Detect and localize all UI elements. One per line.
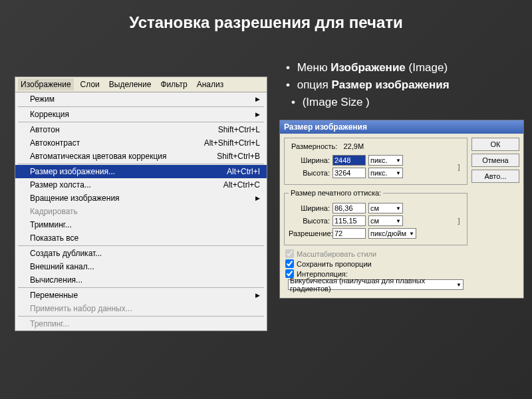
menubar-tab-image[interactable]: Изображение (18, 78, 74, 90)
ok-button[interactable]: ОК (471, 138, 519, 151)
menu-autocolor-shortcut: Shift+Ctrl+B (217, 152, 260, 161)
constrain-label: Сохранить пропорции (297, 260, 372, 268)
bullet-list: Меню Изображение (Image) опция Размер из… (286, 60, 450, 111)
image-size-dialog: Размер изображения Размерность: 22,9M Ши… (279, 120, 524, 299)
chevron-down-icon: ▼ (409, 231, 414, 237)
menubar-tab-layers[interactable]: Слои (78, 78, 102, 90)
dimensions-line: Размерность: 22,9M (289, 142, 463, 153)
interpolation-select[interactable]: Бикубическая (наилучшая для плавных град… (288, 279, 464, 290)
menu-reveal-all[interactable]: Показать все (15, 231, 267, 245)
scale-styles-checkbox (285, 249, 294, 258)
chevron-right-icon: ▶ (255, 292, 260, 299)
menu-trim-label: Тримминг... (30, 220, 72, 229)
menu-corrections[interactable]: Коррекция▶ (15, 108, 267, 121)
print-size-legend: Размер печатного оттиска: (289, 189, 383, 197)
image-menu: Изображение Слои Выделение Фильтр Анализ… (15, 76, 267, 331)
print-height-label: Высота: (289, 217, 330, 225)
menu-autocontrast-label: Автоконтраст (30, 138, 80, 148)
chevron-right-icon: ▶ (255, 195, 260, 201)
bullet-2-cont: (Image Size ) (291, 94, 450, 110)
auto-button[interactable]: Авто... (471, 170, 519, 183)
bullet-1-text-a: Меню (297, 61, 331, 74)
px-width-label: Ширина: (289, 156, 330, 164)
chevron-down-icon: ▼ (396, 205, 401, 211)
constrain-row[interactable]: Сохранить пропорции (285, 259, 467, 268)
menu-canvas-size-label: Размер холста... (30, 180, 91, 190)
menu-separator (18, 106, 264, 107)
menubar: Изображение Слои Выделение Фильтр Анализ (15, 77, 267, 92)
resolution-label: Разрешение: (289, 229, 330, 237)
menu-trim[interactable]: Тримминг... (15, 218, 267, 231)
print-width-unit-select[interactable]: см▼ (368, 203, 403, 213)
menu-autocolor-label: Автоматическая цветовая коррекция (30, 152, 167, 161)
px-height-unit-select[interactable]: пикс.▼ (368, 168, 403, 178)
menu-crop-label: Кадрировать (30, 207, 78, 216)
menu-autocolor[interactable]: Автоматическая цветовая коррекцияShift+C… (15, 150, 267, 163)
scale-styles-label: Масштабировать стили (297, 250, 376, 258)
print-height-unit-select[interactable]: см▼ (368, 215, 403, 226)
menu-apply-dataset-label: Применить набор данных... (30, 304, 132, 313)
menu-autotone-shortcut: Shift+Ctrl+L (218, 125, 260, 134)
menu-apply-dataset: Применить набор данных... (15, 302, 267, 315)
px-height-label: Высота: (289, 169, 330, 177)
px-height-unit-label: пикс. (370, 169, 388, 177)
chevron-down-icon: ▼ (396, 158, 401, 164)
px-width-unit-label: пикс. (370, 156, 388, 164)
resolution-input[interactable] (332, 228, 366, 239)
menu-apply-image-label: Внешний канал... (30, 262, 94, 271)
menu-reveal-all-label: Показать все (30, 233, 78, 243)
resolution-unit-select[interactable]: пикс/дюйм▼ (368, 228, 416, 239)
px-width-input[interactable] (332, 155, 366, 166)
constrain-checkbox[interactable] (285, 259, 294, 268)
menu-apply-image[interactable]: Внешний канал... (15, 260, 267, 273)
menu-trap: Треппинг... (15, 317, 267, 331)
print-width-unit-label: см (370, 204, 379, 212)
chevron-down-icon: ▼ (396, 218, 401, 224)
menu-calculations[interactable]: Вычисления... (15, 273, 267, 287)
menu-crop: Кадрировать (15, 205, 267, 218)
cancel-button[interactable]: Отмена (471, 154, 519, 167)
print-width-input[interactable] (332, 203, 366, 213)
link-icon: ] (455, 163, 463, 171)
menubar-tab-analysis[interactable]: Анализ (194, 78, 227, 90)
menu-image-size-label: Размер изображения... (30, 167, 115, 176)
menu-separator (18, 122, 264, 122)
menu-canvas-size[interactable]: Размер холста...Alt+Ctrl+C (15, 178, 267, 192)
print-width-label: Ширина: (289, 204, 330, 212)
menu-calculations-label: Вычисления... (30, 275, 82, 285)
dimensions-value: 22,9M (344, 142, 364, 150)
menu-mode[interactable]: Режим▶ (15, 92, 267, 106)
menubar-tab-select[interactable]: Выделение (106, 78, 154, 90)
dialog-title: Размер изображения (280, 120, 523, 134)
bullet-1-text-c: (Image) (406, 61, 448, 74)
menu-body: Режим▶ Коррекция▶ АвтотонShift+Ctrl+L Ав… (15, 92, 267, 331)
bullet-1: Меню Изображение (Image) (286, 60, 450, 76)
menu-variables-label: Переменные (30, 291, 78, 300)
bullet-2-text-c: (Image Size ) (303, 96, 370, 108)
bullet-2: опция Размер изображения (286, 77, 450, 93)
slide-title: Установка разрешения для печати (0, 0, 532, 39)
menu-rotation-label: Вращение изображения (30, 194, 120, 203)
menu-autotone[interactable]: АвтотонShift+Ctrl+L (15, 123, 267, 136)
menu-rotation[interactable]: Вращение изображения▶ (15, 192, 267, 205)
menu-duplicate-label: Создать дубликат... (30, 249, 102, 258)
menu-duplicate[interactable]: Создать дубликат... (15, 247, 267, 260)
menu-separator (18, 316, 264, 317)
menu-variables[interactable]: Переменные▶ (15, 289, 267, 302)
menu-mode-label: Режим (30, 94, 55, 104)
menu-separator (18, 164, 264, 164)
bullet-2-text-b: Размер изображения (332, 78, 450, 91)
px-height-input[interactable] (332, 168, 366, 178)
menu-autocontrast[interactable]: АвтоконтрастAlt+Shift+Ctrl+L (15, 136, 267, 150)
link-icon: ] (455, 217, 463, 225)
scale-styles-row: Масштабировать стили (285, 249, 467, 258)
px-width-unit-select[interactable]: пикс.▼ (368, 155, 403, 166)
print-size-group: Размер печатного оттиска: Ширина: см▼ Вы… (284, 189, 467, 245)
print-height-input[interactable] (332, 215, 366, 226)
menu-image-size[interactable]: Размер изображения...Alt+Ctrl+I (15, 165, 267, 178)
bullet-1-text-b: Изображение (331, 61, 405, 74)
chevron-right-icon: ▶ (255, 96, 260, 102)
menu-autotone-label: Автотон (30, 125, 60, 134)
menu-separator (18, 245, 264, 246)
menubar-tab-filter[interactable]: Фильтр (158, 78, 190, 90)
